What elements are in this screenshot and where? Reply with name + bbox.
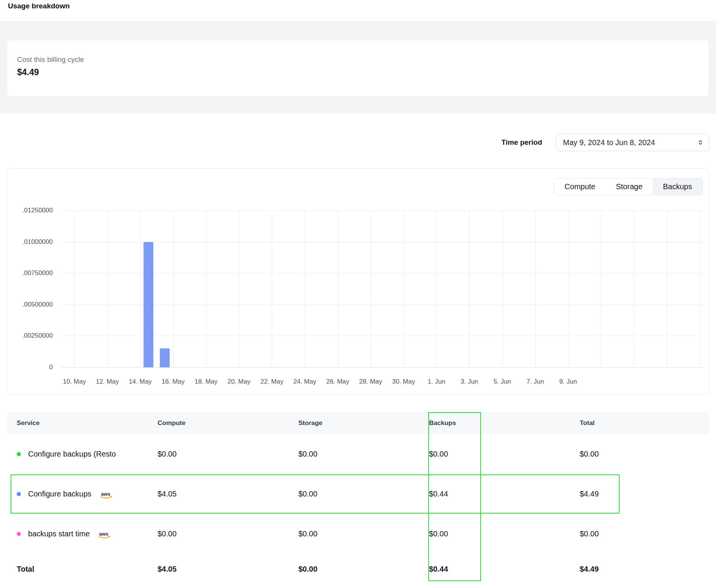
- x-axis-tick-label: 26. May: [326, 378, 349, 386]
- usage-bar-chart: [61, 210, 703, 367]
- total-row-label: Total: [17, 565, 158, 574]
- y-axis-tick-label: .01250000: [7, 207, 53, 214]
- compute-cost: $4.05: [158, 490, 298, 498]
- v-gridline: [206, 210, 207, 367]
- v-gridline: [239, 210, 240, 367]
- total-cost: $0.00: [580, 530, 709, 538]
- backups-cost: $0.00: [429, 450, 580, 458]
- v-gridline: [667, 210, 667, 367]
- chart-bar: [144, 242, 153, 367]
- cost-summary-card: Cost this billing cycle $4.49: [7, 40, 709, 97]
- h-gridline: [61, 273, 703, 273]
- x-axis-tick-label: 3. Jun: [461, 378, 478, 386]
- x-axis-tick-label: 18. May: [195, 378, 218, 386]
- total-backups-cost: $0.44: [429, 565, 580, 574]
- x-axis-tick-label: 14. May: [129, 378, 151, 386]
- table-row: Configure backups (Resto$0.00$0.00$0.00$…: [7, 434, 709, 474]
- compute-cost: $0.00: [158, 530, 298, 538]
- tab-compute[interactable]: Compute: [554, 179, 606, 195]
- x-axis-tick-label: 1. Jun: [428, 378, 445, 386]
- cost-cycle-value: $4.49: [17, 67, 699, 77]
- service-cell: Configure backups (Resto: [17, 450, 158, 458]
- series-color-dot-icon: [17, 452, 21, 456]
- time-period-value: May 9, 2024 to Jun 8, 2024: [563, 138, 655, 147]
- column-header-compute: Compute: [158, 419, 298, 427]
- y-axis-tick-label: 0: [7, 364, 53, 371]
- cost-cycle-label: Cost this billing cycle: [17, 55, 699, 64]
- x-axis-tick-label: 22. May: [260, 378, 283, 386]
- chevron-up-down-icon: [697, 139, 703, 145]
- series-color-dot-icon: [17, 492, 21, 496]
- storage-cost: $0.00: [298, 450, 429, 458]
- backups-cost: $0.00: [429, 530, 580, 538]
- h-gridline: [61, 367, 703, 368]
- x-axis-tick-label: 12. May: [96, 378, 118, 386]
- total-cost: $0.00: [580, 450, 709, 458]
- v-gridline: [437, 210, 437, 367]
- v-gridline: [535, 210, 536, 367]
- time-period-select[interactable]: May 9, 2024 to Jun 8, 2024: [556, 134, 709, 151]
- x-axis-tick-label: 10. May: [63, 378, 86, 386]
- x-axis-tick-label: 9. Jun: [559, 378, 577, 386]
- svg-text:aws: aws: [99, 531, 109, 537]
- page-title: Usage breakdown: [8, 2, 70, 10]
- storage-cost: $0.00: [298, 490, 429, 498]
- tab-backups[interactable]: Backups: [653, 179, 702, 195]
- h-gridline: [61, 242, 703, 242]
- aws-logo-icon: aws: [100, 491, 113, 499]
- v-gridline: [700, 210, 700, 367]
- tab-storage[interactable]: Storage: [606, 179, 653, 195]
- svg-text:aws: aws: [101, 491, 110, 497]
- billing-summary-band: Cost this billing cycle $4.49: [0, 21, 716, 113]
- chart-metric-tabs: ComputeStorageBackups: [554, 178, 703, 195]
- x-axis-tick-label: 28. May: [359, 378, 382, 386]
- time-period-label: Time period: [502, 138, 542, 147]
- x-axis-tick-label: 24. May: [293, 378, 316, 386]
- v-gridline: [502, 210, 503, 367]
- total-grand-cost: $4.49: [580, 565, 709, 574]
- storage-cost: $0.00: [298, 530, 429, 538]
- usage-table-body: Configure backups (Resto$0.00$0.00$0.00$…: [7, 434, 709, 554]
- service-cell: backups start timeaws: [17, 529, 158, 539]
- y-axis-tick-label: .00500000: [7, 301, 53, 308]
- total-cost: $4.49: [580, 490, 709, 498]
- time-period-row: Time period May 9, 2024 to Jun 8, 2024: [502, 134, 709, 151]
- h-gridline: [61, 336, 703, 336]
- v-gridline: [371, 210, 371, 367]
- table-row: Configure backupsaws$4.05$0.00$0.44$4.49: [7, 474, 709, 514]
- v-gridline: [568, 210, 569, 367]
- y-axis-tick-label: .01000000: [7, 238, 53, 246]
- x-axis-tick-label: 5. Jun: [494, 378, 511, 386]
- x-axis-tick-label: 7. Jun: [527, 378, 544, 386]
- y-axis-tick-label: .00750000: [7, 269, 53, 277]
- chart-bar: [160, 348, 170, 367]
- column-header-storage: Storage: [298, 419, 429, 427]
- h-gridline: [61, 210, 703, 211]
- column-header-total: Total: [580, 419, 709, 427]
- v-gridline: [469, 210, 470, 367]
- series-color-dot-icon: [17, 532, 21, 536]
- usage-table-header: Service Compute Storage Backups Total: [7, 412, 709, 434]
- usage-table: Service Compute Storage Backups Total Co…: [7, 412, 709, 584]
- v-gridline: [634, 210, 634, 367]
- compute-cost: $0.00: [158, 450, 298, 458]
- table-row: backups start timeaws$0.00$0.00$0.00$0.0…: [7, 514, 709, 554]
- service-name: Configure backups (Resto: [28, 450, 116, 458]
- backups-cost: $0.44: [429, 490, 580, 498]
- v-gridline: [404, 210, 404, 367]
- total-storage-cost: $0.00: [298, 565, 429, 574]
- y-axis-tick-label: .00250000: [7, 332, 53, 340]
- v-gridline: [305, 210, 305, 367]
- aws-logo-icon: aws: [98, 531, 111, 539]
- column-header-backups: Backups: [429, 419, 580, 427]
- table-total-row: Total $4.05 $0.00 $0.44 $4.49: [7, 554, 709, 584]
- v-gridline: [338, 210, 338, 367]
- usage-chart-card: ComputeStorageBackups .01250000.01000000…: [7, 168, 709, 395]
- x-axis-tick-label: 20. May: [227, 378, 250, 386]
- column-header-service: Service: [17, 419, 158, 427]
- v-gridline: [74, 210, 75, 367]
- v-gridline: [272, 210, 272, 367]
- x-axis-tick-label: 30. May: [392, 378, 415, 386]
- service-name: backups start time: [28, 530, 90, 538]
- service-name: Configure backups: [28, 490, 91, 498]
